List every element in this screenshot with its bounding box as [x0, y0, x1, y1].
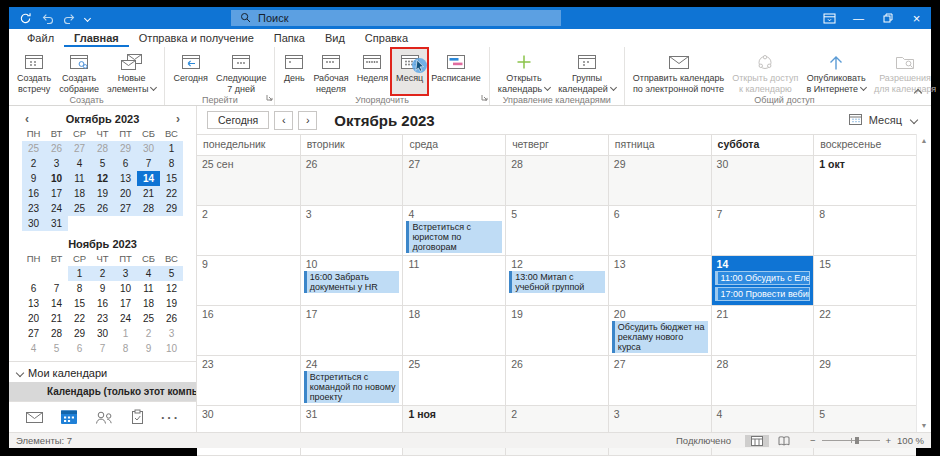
minical-day[interactable]: 21 — [45, 311, 68, 326]
ribbon-button-open-calendar[interactable]: Открытькалендарь — [494, 49, 554, 94]
zoom-out-button[interactable]: − — [810, 435, 816, 446]
minical-day[interactable]: 7 — [45, 281, 68, 296]
minical-day[interactable]: 10 — [45, 171, 68, 186]
reading-view-button[interactable] — [772, 435, 796, 447]
menu-tab-2[interactable]: Отправка и получение — [129, 30, 264, 47]
day-cell[interactable]: 13 — [608, 256, 711, 306]
ribbon-button-email-calendar[interactable]: Отправить календарьпо электронной почте — [629, 49, 728, 94]
day-cell[interactable]: 3 — [608, 406, 711, 456]
day-cell[interactable]: 21 — [711, 306, 814, 356]
dialog-launcher-icon[interactable] — [266, 91, 273, 103]
menu-tab-5[interactable]: Справка — [355, 30, 418, 47]
minical-day[interactable]: 7 — [137, 156, 160, 171]
day-cell[interactable]: 25 сен — [197, 156, 300, 206]
minical-day[interactable]: 26 — [91, 201, 114, 216]
minical-day[interactable]: 29 — [68, 326, 91, 341]
minical-day[interactable]: 4 — [22, 341, 45, 356]
minical-day[interactable]: 16 — [22, 186, 45, 201]
menu-tab-0[interactable]: Файл — [17, 30, 64, 47]
minical-day[interactable]: 3 — [114, 266, 137, 281]
calendar-event[interactable]: Встретиться с командой по новому проекту — [304, 371, 400, 403]
minical-day[interactable]: 2 — [91, 266, 114, 281]
ribbon-button-calendar-month[interactable]: Месяц — [392, 49, 427, 94]
minical-day[interactable]: 19 — [91, 186, 114, 201]
day-cell[interactable]: 17 — [300, 306, 403, 356]
day-cell[interactable]: 22 — [813, 306, 916, 356]
nav-tasks-icon[interactable] — [130, 409, 145, 425]
minical-day[interactable]: 8 — [68, 281, 91, 296]
view-selector[interactable]: Месяц — [848, 113, 921, 128]
undo-icon[interactable] — [41, 13, 54, 24]
minical-day[interactable]: 2 — [22, 156, 45, 171]
ribbon-button-calendar-groups[interactable]: Группыкалендарей — [554, 49, 620, 94]
day-cell[interactable]: 23 — [197, 356, 300, 406]
previous-month-button[interactable]: ‹ — [22, 112, 32, 126]
minical-day[interactable]: 20 — [114, 186, 137, 201]
minical-day[interactable]: 29 — [114, 141, 137, 156]
minical-day[interactable]: 28 — [91, 141, 114, 156]
day-cell[interactable]: 26 — [300, 156, 403, 206]
minical-day[interactable]: 11 — [68, 171, 91, 186]
day-cell[interactable]: 8 — [813, 206, 916, 256]
minimize-button[interactable]: — — [844, 7, 873, 29]
menu-tab-4[interactable]: Вид — [315, 30, 355, 47]
minical-day[interactable]: 31 — [45, 216, 68, 231]
day-cell[interactable]: 6 — [608, 206, 711, 256]
collapse-ribbon-icon[interactable] — [915, 86, 921, 98]
day-cell[interactable]: 15 — [813, 256, 916, 306]
minical-day[interactable]: 20 — [22, 311, 45, 326]
calendar-event[interactable]: Встретиться с юристом по договорам — [406, 221, 502, 253]
day-cell[interactable]: 5 — [813, 406, 916, 456]
day-cell[interactable]: 25 — [402, 356, 505, 406]
previous-month-button[interactable]: ‹ — [274, 111, 293, 130]
nav-people-icon[interactable] — [94, 410, 114, 425]
day-cell[interactable]: 27 — [608, 356, 711, 406]
minical-day[interactable]: 18 — [137, 296, 160, 311]
zoom-in-button[interactable]: + — [886, 435, 892, 446]
minical-day[interactable]: 23 — [22, 201, 45, 216]
minical-day[interactable]: 14 — [45, 296, 68, 311]
menu-tab-3[interactable]: Папка — [264, 30, 315, 47]
minical-day[interactable]: 10 — [160, 341, 183, 356]
day-cell[interactable]: 30 — [711, 156, 814, 206]
my-calendars-header[interactable]: Мои календари — [9, 362, 196, 382]
minical-day[interactable]: 30 — [137, 141, 160, 156]
minical-day[interactable]: 25 — [68, 201, 91, 216]
day-cell[interactable]: 1 окт — [813, 156, 916, 206]
minical-day[interactable]: 25 — [137, 311, 160, 326]
nav-more-icon[interactable]: ··· — [161, 410, 180, 425]
minical-day[interactable]: 17 — [114, 296, 137, 311]
day-cell[interactable]: 9 — [197, 256, 300, 306]
day-cell[interactable]: 1411:00 Обсудить с Елен...17:00 Провести… — [711, 256, 814, 306]
day-cell[interactable]: 1016:00 Забрать документы у HR — [300, 256, 403, 306]
scroll-down-button[interactable]: ▼ — [921, 422, 928, 429]
minical-day[interactable]: 13 — [22, 296, 45, 311]
ribbon-button-calendar-today[interactable]: Сегодня — [169, 49, 212, 94]
minical-day[interactable]: 10 — [114, 281, 137, 296]
minical-day[interactable]: 22 — [160, 186, 183, 201]
minical-day[interactable]: 4 — [137, 266, 160, 281]
scrollbar[interactable]: ▲ ▼ — [916, 134, 931, 432]
minical-day[interactable]: 3 — [45, 156, 68, 171]
minical-day[interactable]: 13 — [114, 171, 137, 186]
minical-day[interactable]: 15 — [160, 171, 183, 186]
minical-day[interactable]: 9 — [137, 341, 160, 356]
ribbon-button-new-items[interactable]: Новыеэлементы — [103, 49, 160, 94]
minical-day[interactable]: 3 — [160, 326, 183, 341]
minical-day[interactable]: 30 — [91, 326, 114, 341]
minical-day[interactable]: 28 — [45, 326, 68, 341]
day-cell[interactable]: 29 — [813, 356, 916, 406]
minical-day[interactable]: 27 — [114, 201, 137, 216]
day-cell[interactable]: 31 — [300, 406, 403, 456]
minical-day[interactable]: 12 — [91, 171, 114, 186]
minical-day[interactable]: 25 — [22, 141, 45, 156]
minical-day[interactable]: 1 — [160, 141, 183, 156]
day-cell[interactable]: 7 — [711, 206, 814, 256]
minical-day[interactable]: 16 — [91, 296, 114, 311]
minical-day[interactable]: 6 — [114, 156, 137, 171]
day-cell[interactable]: 30 — [197, 406, 300, 456]
day-cell[interactable]: 28 — [505, 156, 608, 206]
day-cell[interactable]: 1 ноя — [402, 406, 505, 456]
minical-day[interactable]: 18 — [68, 186, 91, 201]
calendar-event[interactable]: Обсудить бюджет на рекламу нового курса — [612, 321, 708, 353]
